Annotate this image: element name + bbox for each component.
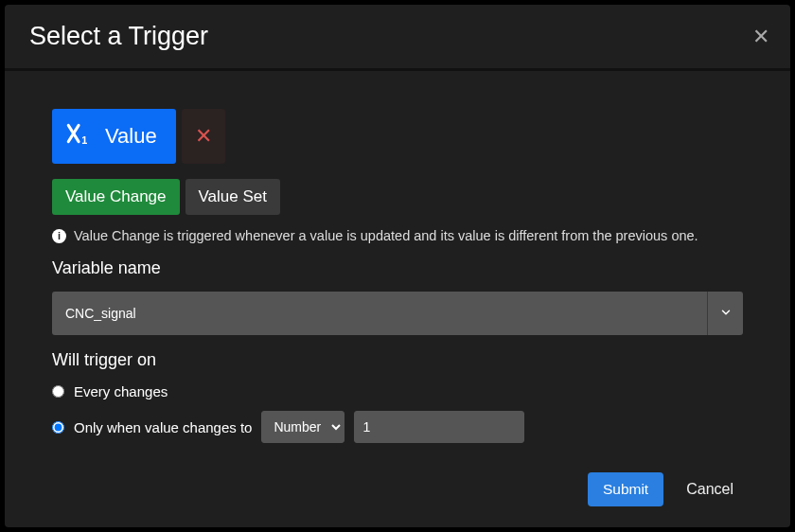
option-only-label: Only when value changes to <box>74 419 252 435</box>
trigger-on-options: Every changes Only when value changes to… <box>52 378 743 449</box>
variable-select-input[interactable] <box>52 292 707 335</box>
submit-button[interactable]: Submit <box>588 472 663 506</box>
modal-footer: Submit Cancel <box>5 472 790 527</box>
tab-value-set[interactable]: Value Set <box>186 179 280 215</box>
value-type-select[interactable]: Number <box>261 411 344 443</box>
variable-select-toggle[interactable] <box>707 292 743 335</box>
will-trigger-on-label: Will trigger on <box>52 350 743 370</box>
svg-text:1: 1 <box>81 134 87 146</box>
option-every-label: Every changes <box>74 383 168 399</box>
modal-title: Select a Trigger <box>29 22 208 51</box>
remove-value-button[interactable]: ✕ <box>182 109 225 164</box>
variable-name-label: Variable name <box>52 258 743 278</box>
cancel-button[interactable]: Cancel <box>686 481 733 498</box>
variable-select[interactable] <box>52 292 743 335</box>
modal-body: 1 Value ✕ Value Change Value Set i Value… <box>5 71 790 472</box>
helper-text: Value Change is triggered whenever a val… <box>74 228 698 243</box>
radio-every[interactable] <box>52 385 64 398</box>
close-icon[interactable]: ✕ <box>752 27 769 47</box>
trigger-type-tabs: Value Change Value Set <box>52 179 743 215</box>
radio-only[interactable] <box>52 421 64 434</box>
chevron-down-icon <box>719 306 733 322</box>
value-chip-label: Value <box>105 124 157 149</box>
modal-header: Select a Trigger ✕ <box>5 5 790 71</box>
selected-trigger-row: 1 Value ✕ <box>52 109 743 164</box>
tab-value-change[interactable]: Value Change <box>52 179 180 215</box>
trigger-modal: Select a Trigger ✕ 1 Value ✕ Value Chang… <box>5 5 790 527</box>
info-icon: i <box>52 229 66 243</box>
option-every-change[interactable]: Every changes <box>52 378 743 405</box>
close-icon: ✕ <box>195 124 212 149</box>
option-only-when[interactable]: Only when value changes to Number <box>52 405 743 449</box>
value-chip[interactable]: 1 Value <box>52 109 176 164</box>
x1-icon: 1 <box>65 121 90 151</box>
value-input[interactable] <box>354 411 524 443</box>
helper-text-row: i Value Change is triggered whenever a v… <box>52 228 743 243</box>
